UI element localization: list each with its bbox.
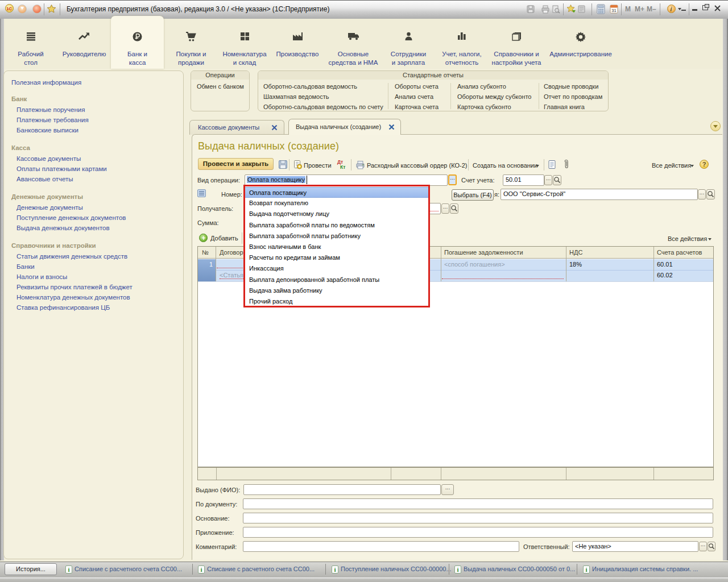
svg-text:31: 31 xyxy=(611,8,616,13)
